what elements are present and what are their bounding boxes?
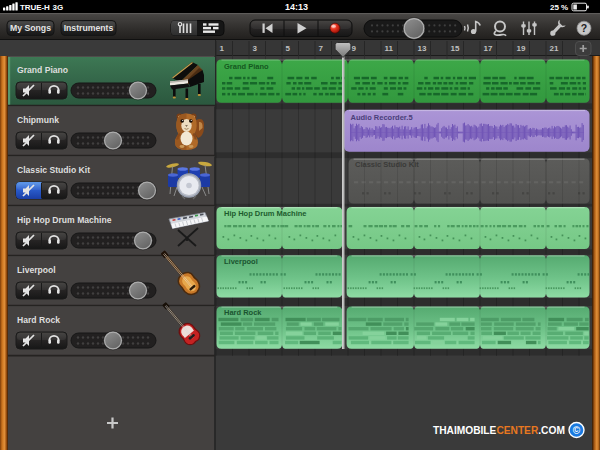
svg-text:Hard Rock: Hard Rock — [224, 308, 262, 317]
svg-text:?: ? — [581, 22, 587, 34]
svg-text:Chipmunk: Chipmunk — [17, 115, 59, 125]
svg-text:Grand Piano: Grand Piano — [17, 65, 68, 75]
svg-text:Grand Piano: Grand Piano — [224, 62, 269, 71]
svg-text:21: 21 — [550, 44, 559, 53]
svg-text:Liverpool: Liverpool — [224, 257, 258, 266]
svg-text:13: 13 — [418, 44, 427, 53]
svg-text:THAIMOBILECENTER.COM: THAIMOBILECENTER.COM — [433, 425, 565, 436]
svg-text:Audio Recorder.5: Audio Recorder.5 — [351, 113, 413, 122]
svg-text:Instruments: Instruments — [64, 23, 114, 33]
svg-text:Hard Rock: Hard Rock — [17, 315, 60, 325]
svg-text:Hip Hop Drum Machine: Hip Hop Drum Machine — [17, 215, 112, 225]
svg-text:17: 17 — [484, 44, 493, 53]
svg-text:1: 1 — [220, 44, 225, 53]
svg-text:©: © — [573, 425, 581, 436]
svg-text:11: 11 — [385, 44, 394, 53]
svg-text:19: 19 — [517, 44, 526, 53]
svg-text:15: 15 — [451, 44, 460, 53]
svg-text:Liverpool: Liverpool — [17, 265, 56, 275]
svg-text:TRUE-H: TRUE-H — [20, 3, 50, 12]
svg-text:3G: 3G — [53, 3, 64, 12]
svg-text:9: 9 — [352, 44, 357, 53]
svg-text:3: 3 — [253, 44, 258, 53]
svg-text:Classic Studio Kit: Classic Studio Kit — [17, 165, 90, 175]
svg-text:25 %: 25 % — [550, 3, 568, 12]
svg-text:My Songs: My Songs — [10, 23, 51, 33]
svg-text:7: 7 — [319, 44, 324, 53]
svg-text:14:13: 14:13 — [285, 2, 308, 12]
svg-text:Hip Hop Drum Machine: Hip Hop Drum Machine — [224, 209, 307, 218]
svg-text:5: 5 — [286, 44, 291, 53]
